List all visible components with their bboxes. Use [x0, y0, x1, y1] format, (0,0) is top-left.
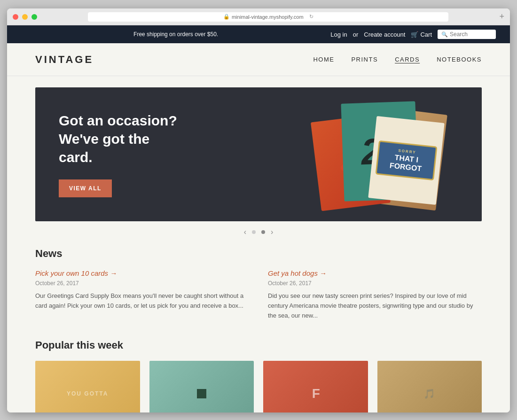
browser-window: 🔒 minimal-vintage.myshopify.com ↻ + Free…: [7, 8, 510, 412]
news-section: News Pick your own 10 cards → October 26…: [7, 243, 510, 334]
slider-nav: ‹ ›: [7, 221, 510, 243]
refresh-icon[interactable]: ↻: [309, 14, 313, 20]
announcement-bar: Free shipping on orders over $50. Log in…: [7, 25, 510, 43]
news-desc-2: Did you see our new tasty screen print s…: [268, 291, 482, 320]
product-card-3[interactable]: F: [263, 361, 368, 412]
cart-icon: 🛒: [411, 31, 418, 38]
login-link[interactable]: Log in: [330, 31, 347, 38]
announcement-text: Free shipping on orders over $50.: [21, 31, 330, 38]
main-header: VINTAGE HOME PRINTS CARDS NOTEBOOKS: [7, 43, 510, 76]
nav-cards[interactable]: CARDS: [395, 56, 420, 63]
hero-text: Got an occasion? We've got the card. VIE…: [35, 88, 204, 221]
hero-section: Got an occasion? We've got the card. VIE…: [35, 87, 482, 221]
news-link-1[interactable]: Pick your own 10 cards →: [35, 269, 249, 277]
slider-dot-1[interactable]: [252, 230, 256, 234]
news-item-1: Pick your own 10 cards → October 26, 201…: [35, 269, 249, 320]
cart-area[interactable]: 🛒 Cart: [411, 31, 432, 38]
close-dot[interactable]: [13, 14, 18, 20]
create-account-link[interactable]: Create account: [364, 31, 405, 38]
sorry-sign: SORRY THAT I FORGOT: [376, 140, 438, 180]
news-date-1: October 26, 2017: [35, 280, 249, 287]
lock-icon: 🔒: [223, 14, 230, 20]
or-separator: or: [353, 31, 359, 38]
search-bar[interactable]: 🔍: [438, 30, 496, 39]
url-text: minimal-vintage.myshopify.com: [232, 14, 304, 20]
cart-label: Cart: [420, 31, 432, 38]
main-nav: HOME PRINTS CARDS NOTEBOOKS: [313, 56, 482, 63]
nav-prints[interactable]: PRINTS: [351, 56, 378, 63]
news-title: News: [35, 248, 482, 260]
top-nav: Log in or Create account 🛒 Cart 🔍: [330, 30, 496, 39]
product-card-1[interactable]: YOU GOTTA: [35, 361, 140, 412]
news-item-2: Get ya hot dogs → October 26, 2017 Did y…: [268, 269, 482, 320]
maximize-dot[interactable]: [31, 14, 37, 20]
popular-section: Popular this week YOU GOTTA F 🎵: [7, 334, 510, 412]
search-input[interactable]: [450, 31, 492, 38]
address-bar[interactable]: 🔒 minimal-vintage.myshopify.com ↻: [88, 12, 448, 22]
slider-prev[interactable]: ‹: [244, 228, 246, 236]
nav-home[interactable]: HOME: [313, 56, 334, 63]
news-link-2[interactable]: Get ya hot dogs →: [268, 269, 482, 277]
hero-title: Got an occasion? We've got the card.: [59, 111, 181, 166]
news-grid: Pick your own 10 cards → October 26, 201…: [35, 269, 482, 320]
card-sorry: SORRY THAT I FORGOT: [368, 116, 444, 205]
view-all-button[interactable]: VIEW ALL: [59, 179, 112, 197]
products-grid: YOU GOTTA F 🎵: [35, 361, 482, 412]
card-stack: 🎸 21 SORRY THAT I FORGOT: [284, 97, 444, 219]
news-desc-1: Our Greetings Card Supply Box means you'…: [35, 291, 249, 311]
main-content: Got an occasion? We've got the card. VIE…: [7, 76, 510, 412]
nav-notebooks[interactable]: NOTEBOOKS: [437, 56, 482, 63]
slider-dot-2[interactable]: [261, 230, 265, 234]
hero-cards: 🎸 21 SORRY THAT I FORGOT: [284, 97, 444, 219]
search-icon: 🔍: [441, 31, 448, 38]
minimize-dot[interactable]: [22, 14, 28, 20]
site-logo[interactable]: VINTAGE: [35, 54, 94, 66]
news-date-2: October 26, 2017: [268, 280, 482, 287]
slider-next[interactable]: ›: [271, 228, 273, 236]
popular-title: Popular this week: [35, 339, 482, 351]
product-card-4[interactable]: 🎵: [377, 361, 482, 412]
new-tab-button[interactable]: +: [499, 12, 504, 22]
product-card-2[interactable]: [149, 361, 254, 412]
titlebar: 🔒 minimal-vintage.myshopify.com ↻ +: [7, 8, 510, 25]
